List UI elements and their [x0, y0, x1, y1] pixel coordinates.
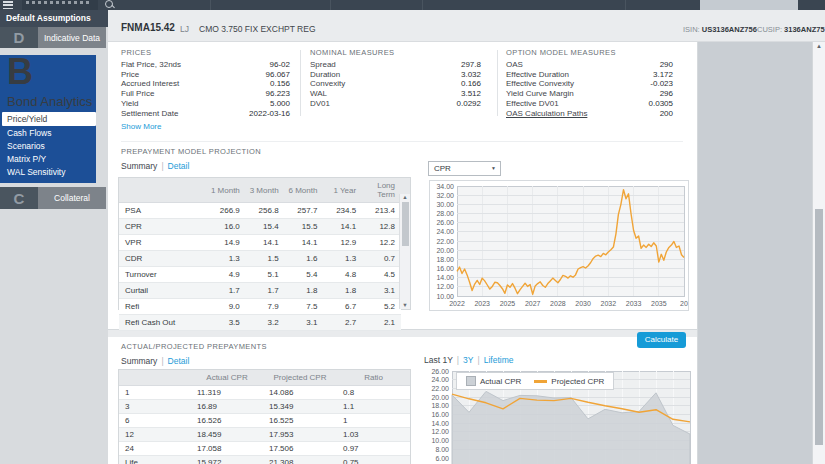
legend-item-projected-cpr: Projected CPR	[534, 377, 604, 386]
svg-text:10.00: 10.00	[431, 437, 449, 444]
prepay-table-scrollbar[interactable]: ▲ ▼	[399, 194, 410, 309]
svg-text:26.00: 26.00	[436, 219, 454, 226]
section-letter-d: D	[0, 27, 38, 48]
tab-lifetime[interactable]: Lifetime	[484, 355, 514, 365]
tab-detail[interactable]: Detail	[168, 161, 190, 171]
svg-text:22.00: 22.00	[436, 238, 454, 245]
table-row-psa: PSA266.9256.8257.7234.5213.4	[119, 203, 401, 219]
calculate-button[interactable]: Calculate	[637, 332, 686, 348]
sidebar-item-label: Collateral	[38, 187, 106, 209]
scroll-down-arrow[interactable]: ▼	[400, 302, 410, 308]
svg-text:18.00: 18.00	[431, 402, 449, 409]
section-divider	[300, 50, 301, 116]
top-nav-active-tab[interactable]	[700, 0, 798, 10]
table-row-cpr: CPR16.015.415.514.112.8	[119, 219, 401, 235]
prepay-tabs: Summary|Detail	[121, 161, 189, 171]
measure-row-effective-duration: Effective Duration3.172	[506, 70, 673, 80]
sidebar-item-cash-flows[interactable]: Cash Flows	[0, 127, 96, 140]
tab-separator: |	[477, 355, 479, 365]
column-header-ratio: Ratio	[337, 370, 410, 386]
svg-text:28.00: 28.00	[436, 210, 454, 217]
measure-row-duration: Duration3.032	[310, 70, 481, 80]
scroll-up-arrow[interactable]: ▲	[813, 43, 825, 49]
tab-separator: |	[161, 356, 163, 366]
section-separator	[121, 141, 683, 142]
measure-row-settlement-date: Settlement Date2022-03-16	[121, 109, 290, 119]
tab-separator: |	[457, 355, 459, 365]
tab-3y[interactable]: 3Y	[463, 355, 473, 365]
table-row-curtail: Curtail1.71.71.81.83.1	[119, 283, 401, 299]
assumptions-header[interactable]: Default Assumptions	[0, 10, 108, 27]
tab-last-1y[interactable]: Last 1Y	[424, 355, 453, 365]
svg-text:20.00: 20.00	[431, 394, 449, 401]
measure-row-wal: WAL3.512	[310, 89, 481, 99]
sidebar-item-matrix-p-y[interactable]: Matrix P/Y	[0, 153, 96, 166]
sidebar-item-collateral[interactable]: C Collateral	[0, 187, 106, 209]
measure-row-oas-calculation-paths: OAS Calculation Paths200	[506, 109, 673, 119]
isin-label: ISIN:	[683, 25, 700, 34]
sidebar-item-wal-sensitivity[interactable]: WAL Sensitivity	[0, 166, 96, 179]
svg-text:20: 20	[680, 300, 688, 307]
section-letter-c: C	[0, 187, 38, 209]
series-dropdown[interactable]: CPR ▼	[428, 161, 501, 176]
cpr-projection-chart: 10.0012.0014.0016.0018.0020.0022.0024.00…	[429, 180, 689, 311]
option-measures-kv: OAS290Effective Duration3.172Effective C…	[506, 60, 673, 118]
svg-text:14.00: 14.00	[431, 420, 449, 427]
svg-text:32.00: 32.00	[436, 192, 454, 199]
section-letter-b: B	[7, 54, 33, 90]
sidebar-item-price-yield[interactable]: Price/Yield	[2, 112, 96, 126]
svg-text:16.00: 16.00	[436, 265, 454, 272]
cusip-field: CUSIP: 3136ANZ75	[757, 25, 825, 34]
top-nav-title-clipped	[22, 0, 98, 10]
scrollbar-thumb[interactable]	[402, 202, 409, 246]
prepay-table: 1 Month3 Month6 Month1 YearLong TermPSA2…	[119, 178, 401, 331]
svg-text:18.00: 18.00	[436, 256, 454, 263]
security-series: LJ	[180, 24, 189, 34]
svg-text:34.00: 34.00	[436, 183, 454, 190]
table-row-life: Life15.97221.3080.75	[119, 456, 410, 464]
option-measures-title: OPTION MODEL MEASURES	[506, 48, 673, 57]
measure-row-full-price: Full Price96.223	[121, 89, 290, 99]
sidebar-item-indicative-data[interactable]: D Indicative Data	[0, 27, 106, 48]
svg-text:2035: 2035	[651, 300, 667, 307]
series-dropdown-value: CPR	[434, 164, 451, 173]
scrollbar-thumb[interactable]	[815, 209, 823, 445]
prices-title: PRICES	[121, 48, 290, 57]
svg-text:6.00: 6.00	[435, 455, 449, 462]
svg-text:16.00: 16.00	[431, 411, 449, 418]
assumptions-header-label: Default Assumptions	[6, 13, 91, 23]
search-icon[interactable]	[105, 0, 113, 8]
svg-text:30.00: 30.00	[436, 201, 454, 208]
hamburger-menu-icon[interactable]	[3, 1, 13, 9]
svg-text:12.00: 12.00	[431, 428, 449, 435]
sidebar-item-scenarios[interactable]: Scenarios	[0, 140, 96, 153]
column-header-blank	[119, 178, 207, 203]
prices-kv: Flat Price, 32nds96-02Price96.067Accrued…	[121, 60, 290, 118]
tab-summary[interactable]: Summary	[121, 161, 157, 171]
scroll-up-arrow[interactable]: ▲	[400, 194, 410, 200]
table-row-12: 1218.45917.9531.03	[119, 428, 410, 442]
column-header-1-month: 1 Month	[207, 178, 246, 203]
svg-text:2025: 2025	[500, 300, 516, 307]
column-header-6-month: 6 Month	[285, 178, 324, 203]
tab-summary[interactable]: Summary	[121, 356, 157, 366]
actual-title: ACTUAL/PROJECTED PREPAYMENTS	[121, 342, 267, 351]
top-nav-divider	[210, 0, 211, 10]
actual-tabs: Summary|Detail	[121, 356, 189, 366]
svg-text:20.00: 20.00	[436, 247, 454, 254]
top-nav-divider	[422, 0, 423, 10]
column-header-blank	[119, 370, 191, 386]
line-swatch-icon	[534, 380, 547, 383]
svg-text:14.00: 14.00	[436, 274, 454, 281]
show-more-link[interactable]: Show More	[121, 122, 161, 131]
table-row-24: 2417.05817.5060.97	[119, 442, 410, 456]
svg-text:24.00: 24.00	[436, 228, 454, 235]
page-scrollbar[interactable]: ▲	[812, 42, 825, 464]
svg-text:2033: 2033	[626, 300, 642, 307]
actual-projected-chart: 6.008.0010.0012.0014.0016.0018.0020.0022…	[418, 366, 694, 464]
link-oas-calculation-paths[interactable]: OAS Calculation Paths	[506, 109, 587, 119]
table-row-refi: Refi9.07.97.56.75.2	[119, 299, 401, 315]
security-description: CMO 3.750 FIX EXCHPT REG	[199, 24, 316, 34]
tab-detail[interactable]: Detail	[168, 356, 190, 366]
section-divider	[497, 50, 498, 116]
